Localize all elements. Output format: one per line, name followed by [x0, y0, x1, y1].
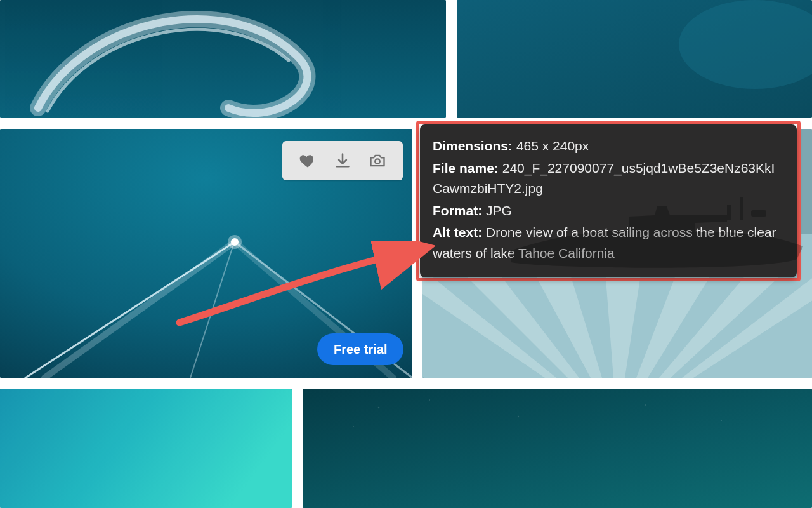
thumb-action-bar	[282, 141, 403, 180]
tooltip-alttext-value: Drone view of a boat sailing across the …	[433, 225, 776, 260]
tooltip-filename-label: File name:	[433, 161, 499, 175]
tooltip-row-dimensions: Dimensions: 465 x 240px	[433, 136, 784, 157]
svg-point-15	[721, 420, 722, 421]
tooltip-row-alttext: Alt text: Drone view of a boat sailing a…	[433, 222, 784, 264]
svg-rect-10	[303, 389, 812, 508]
tooltip-dimensions-label: Dimensions:	[433, 138, 513, 153]
tooltip-row-filename: File name: 240_F_227090077_us5jqd1wBe5Z3…	[433, 158, 784, 199]
heart-icon[interactable]	[298, 151, 317, 170]
svg-point-17	[375, 159, 379, 163]
gallery-thumb-teal-dark[interactable]	[303, 389, 812, 508]
tooltip-format-value: JPG	[486, 203, 512, 218]
gallery-thumb-wake-curve[interactable]	[0, 0, 446, 118]
image-info-tooltip: Dimensions: 465 x 240px File name: 240_F…	[420, 124, 797, 277]
tooltip-row-format: Format: JPG	[433, 201, 784, 222]
svg-point-11	[378, 407, 380, 409]
svg-point-12	[429, 399, 430, 401]
tooltip-format-label: Format:	[433, 203, 482, 218]
callout-frame: Dimensions: 465 x 240px File name: 240_F…	[416, 121, 801, 281]
gallery-thumb-deep-blue[interactable]	[457, 0, 812, 118]
camera-icon[interactable]	[368, 151, 387, 170]
free-trial-button[interactable]: Free trial	[317, 333, 403, 365]
svg-point-5	[228, 235, 242, 249]
svg-point-14	[645, 404, 646, 406]
tooltip-dimensions-value: 465 x 240px	[516, 138, 589, 153]
free-trial-label: Free trial	[334, 342, 387, 357]
svg-point-16	[353, 426, 354, 427]
gallery-thumb-turquoise[interactable]	[0, 389, 292, 508]
tooltip-alttext-label: Alt text:	[433, 225, 482, 239]
download-icon[interactable]	[333, 151, 352, 170]
svg-point-13	[518, 416, 519, 417]
svg-rect-9	[0, 389, 292, 508]
